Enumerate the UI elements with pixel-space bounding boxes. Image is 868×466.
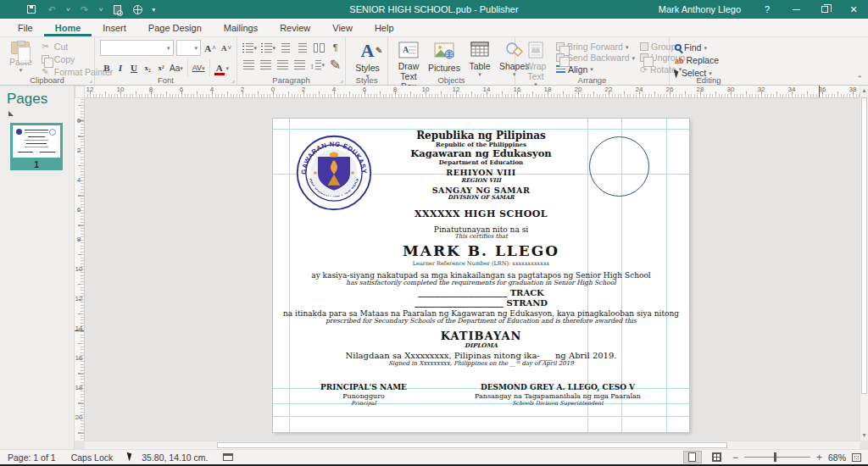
vertical-scrollbar[interactable]: ▲ ▼: [860, 86, 868, 441]
font-name-combo[interactable]: [100, 40, 174, 56]
redo-dropdown-icon[interactable]: ˅: [99, 6, 103, 14]
character-spacing-button[interactable]: AV: [191, 61, 207, 75]
share-globe-icon[interactable]: [131, 3, 143, 15]
single-page-view-button[interactable]: [683, 451, 702, 463]
horizontal-scrollbar-thumb[interactable]: [217, 442, 727, 448]
student-name-line[interactable]: MARK B. LLEGO: [273, 243, 689, 259]
chevron-down-icon[interactable]: [226, 65, 230, 71]
bullets-button[interactable]: [242, 41, 257, 54]
strand-line[interactable]: _____________________ STRAND: [273, 298, 689, 308]
certifies-line[interactable]: This certifies that: [273, 234, 689, 241]
wrap-text-button[interactable]: Wrap Text: [520, 40, 551, 75]
restore-button[interactable]: [810, 0, 839, 19]
line-spacing-button[interactable]: [310, 58, 325, 71]
superintendent-signature-block[interactable]: DESMOND GREY A. LLEGO, CESO V Pansangay …: [444, 383, 671, 407]
certificate-text[interactable]: Republika ng Pilipinas Republic of the P…: [273, 130, 689, 368]
tab-help[interactable]: Help: [364, 20, 405, 36]
shrink-font-button[interactable]: A: [220, 41, 233, 55]
collapse-ribbon-icon[interactable]: [856, 75, 863, 83]
vertical-ruler[interactable]: 0246810121416182022: [75, 98, 85, 441]
region-line[interactable]: REGION VIII: [273, 178, 689, 184]
align-left-button[interactable]: [242, 58, 255, 71]
layout-guide[interactable]: [273, 416, 689, 417]
font-color-button[interactable]: A: [213, 61, 226, 75]
table-button[interactable]: Table: [465, 40, 495, 75]
zoom-in-button[interactable]: +: [816, 452, 822, 463]
draw-text-box-button[interactable]: A Draw Text Box: [393, 40, 424, 75]
bring-forward-button[interactable]: Bring Forward: [556, 42, 635, 52]
find-button[interactable]: Find: [675, 42, 744, 53]
scroll-down-icon[interactable]: ▼: [860, 431, 868, 440]
track-line[interactable]: _____________________ TRACK: [273, 288, 689, 297]
tab-page-design[interactable]: Page Design: [137, 20, 213, 36]
page-indicator[interactable]: Page: 1 of 1: [0, 452, 64, 463]
change-case-button[interactable]: Aa: [168, 61, 185, 75]
show-paragraph-marks-button[interactable]: [330, 41, 342, 54]
italic-button[interactable]: I: [114, 61, 127, 75]
publication-page[interactable]: KAGAWARAN NG EDUKASYON REPUBLIKA NG PILI…: [273, 119, 689, 432]
nilagdaan-line[interactable]: Nilagdaan sa Xxxxxxxxx, Pilipinas nitong…: [273, 351, 689, 360]
page-thumbnail[interactable]: 1: [10, 123, 63, 170]
workspace-canvas[interactable]: KAGAWARAN NG EDUKASYON REPUBLIKA NG PILI…: [85, 98, 860, 441]
undo-icon[interactable]: [46, 3, 58, 15]
grow-font-button[interactable]: A: [203, 41, 217, 55]
two-page-view-button[interactable]: [708, 451, 726, 463]
rehiyon-line[interactable]: REHIYON VIII: [273, 169, 689, 178]
pansangay-line[interactable]: Pansangay na Tagapamanihala ng mga Paara…: [444, 392, 671, 400]
school-name-line[interactable]: XXXXXX HIGH SCHOOL: [273, 209, 689, 219]
save-icon[interactable]: [25, 3, 37, 15]
zoom-level[interactable]: 68%: [828, 452, 846, 463]
decrease-indent-button[interactable]: [280, 41, 292, 54]
align-center-button[interactable]: [259, 58, 272, 71]
paragraph-dialog-launcher-icon[interactable]: [340, 76, 343, 84]
tab-view[interactable]: View: [321, 20, 364, 36]
republika-line[interactable]: Republika ng Pilipinas: [273, 130, 689, 141]
tab-mailings[interactable]: Mailings: [213, 20, 269, 36]
increase-indent-button[interactable]: [297, 41, 309, 54]
justify-button[interactable]: [293, 58, 306, 71]
borders-button[interactable]: [329, 58, 342, 71]
signed-line[interactable]: Signed in Xxxxxxxxx, Philippines on the …: [273, 361, 689, 368]
superintendent-title-line[interactable]: Schools Division Superintendent: [444, 400, 671, 407]
tab-home[interactable]: Home: [44, 20, 92, 36]
customize-qat-icon[interactable]: ▾: [152, 6, 155, 14]
fit-page-icon[interactable]: [852, 453, 861, 462]
subscript-button[interactable]: x₂: [141, 61, 154, 75]
horizontal-scrollbar[interactable]: [85, 441, 860, 449]
punongguro-line[interactable]: Punongguro: [283, 392, 444, 400]
department-line[interactable]: Department of Education: [273, 159, 689, 166]
clipboard-dialog-launcher-icon[interactable]: [89, 76, 92, 84]
satisfactorily-line[interactable]: has satisfactorily completed the require…: [273, 280, 689, 286]
numbering-button[interactable]: [261, 41, 275, 54]
zoom-slider[interactable]: [744, 457, 810, 458]
principal-signature-block[interactable]: PRINCIPAL'S NAME Punongguro Principal: [283, 383, 444, 407]
redo-icon[interactable]: [79, 3, 91, 15]
collapse-panel-icon[interactable]: [8, 111, 14, 116]
zoom-out-button[interactable]: −: [732, 452, 738, 463]
help-button[interactable]: ?: [753, 0, 782, 19]
replace-button[interactable]: Replace: [675, 54, 744, 66]
tab-file[interactable]: File: [7, 20, 44, 36]
align-right-button[interactable]: [276, 58, 289, 71]
tab-insert[interactable]: Insert: [92, 20, 137, 36]
font-dialog-launcher-icon[interactable]: [231, 76, 235, 84]
print-preview-icon[interactable]: [111, 3, 123, 15]
minimize-button[interactable]: [782, 0, 810, 19]
font-size-combo[interactable]: [176, 40, 201, 56]
columns-button[interactable]: [313, 41, 326, 54]
close-button[interactable]: [839, 0, 868, 19]
lrn-line[interactable]: Learner Reference Number (LRN): xxxxxxxx…: [273, 261, 689, 267]
tab-review[interactable]: Review: [269, 20, 321, 36]
principal-title-line[interactable]: Principal: [283, 400, 444, 407]
superintendent-name-line[interactable]: DESMOND GREY A. LLEGO, CESO V: [444, 383, 671, 391]
superscript-button[interactable]: x²: [154, 61, 168, 75]
pictures-button[interactable]: Pictures: [424, 40, 465, 75]
vertical-scrollbar-thumb[interactable]: [861, 97, 867, 394]
diploma-line[interactable]: DIPLOMA: [273, 342, 689, 349]
scroll-up-icon[interactable]: ▲: [860, 86, 868, 95]
katibayan-line[interactable]: KATIBAYAN: [273, 330, 689, 343]
underline-button[interactable]: U: [127, 61, 141, 75]
paste-button[interactable]: Paste: [5, 40, 36, 75]
division-line[interactable]: DIVISION OF SAMAR: [273, 195, 689, 201]
styles-button[interactable]: A Styles: [351, 40, 384, 80]
